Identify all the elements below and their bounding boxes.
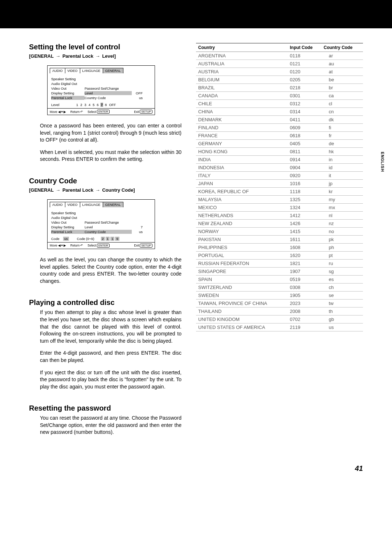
table-row: SINGAPORE1907sg [196,268,363,276]
cell-input-code: 0218 [287,84,321,92]
cell-input-code: 0920 [287,172,321,180]
row-pl: Parental Lock [51,96,85,100]
row-cc-us: us [132,96,143,100]
cell-country: FRANCE [196,132,287,140]
th-country: Country [196,43,287,52]
tab-general: GENERAL [103,68,123,73]
page-number: 41 [29,464,363,473]
foot-move: Move [50,244,57,247]
cell-country: JAPAN [196,180,287,188]
cell-input-code: 1016 [287,180,321,188]
row-vo: Video Out [51,86,85,90]
level-num: 3 [84,103,87,107]
table-row: SWEDEN1905se [196,292,363,300]
arrow-icon: → [56,187,62,193]
cell-country-code: it [322,172,363,180]
table-row: PAKISTAN1611pk [196,236,363,244]
para-play-3: If you eject the disc or turn off the un… [40,369,181,391]
para-level-1: Once a password has been entered, you ca… [40,122,181,144]
cell-country: SPAIN [196,276,287,284]
cell-country: PHILIPPINES [196,244,287,252]
cell-input-code: 1426 [287,220,321,228]
table-row: PORTUGAL1620pt [196,252,363,260]
cell-country-code: pk [322,236,363,244]
th-cc: Country Code [322,43,363,52]
level-label: Level [51,103,72,107]
table-row: INDONESIA0904id [196,164,363,172]
table-row: NEW ZEALAND1426nz [196,220,363,228]
cell-input-code: 1324 [287,204,321,212]
osd-cc: AUDIO VIDEO LANGUAGE GENERAL Speaker Set… [47,199,155,249]
tab-video: VIDEO [65,202,80,207]
cell-country-code: br [322,84,363,92]
foot-return: Return [70,244,80,247]
level-num: 5 [92,103,95,107]
cell-country: NORWAY [196,228,287,236]
cell-country: AUSTRALIA [196,60,287,68]
cell-country-code: nz [322,220,363,228]
row-pwd: Password Set/Change [85,86,132,90]
tab-audio: AUDIO [50,68,65,73]
table-row: CHILE0312cl [196,100,363,108]
cell-input-code: 1821 [287,260,321,268]
foot-select: Select [87,110,96,114]
cell-input-code: 1412 [287,212,321,220]
cell-country-code: hk [322,148,363,156]
cell-country: HONG KONG [196,148,287,156]
table-row: THAILAND2008th [196,307,363,315]
foot-exit: Exit [134,244,139,247]
return-icon: ↶ [80,244,83,247]
cell-country: SWITZERLAND [196,284,287,292]
row-speaker: Speaker Setting [51,77,85,81]
cell-country: MEXICO [196,204,287,212]
enter-icon: ENTER [97,244,110,248]
table-row: ITALY0920it [196,172,363,180]
cell-country: UNITED KINGDOM [196,315,287,323]
cell-country: SINGAPORE [196,268,287,276]
table-row: SPAIN0519es [196,276,363,284]
cc-label2: Code (0~9) [77,237,94,241]
row-level: Level [85,91,132,95]
bc-a2: [GENERAL [29,187,54,193]
heading-level: Setting the level of control [29,43,181,51]
table-row: UNITED STATES OF AMERICA2119us [196,323,363,331]
cc-digit: 1 [106,237,110,241]
cell-input-code: 1415 [287,228,321,236]
level-nums: 12345678OFF [76,103,118,107]
level-num: 7 [101,103,103,107]
cell-country-code: cl [322,100,363,108]
level-num: 8 [105,103,107,107]
cell-country: THAILAND [196,307,287,315]
table-row: TAIWAN, PROVINCE OF CHINA2023tw [196,300,363,307]
bc-b2: Parental Lock [62,187,93,193]
cell-input-code: 2119 [287,323,321,331]
heading-play: Playing a controlled disc [29,298,181,307]
table-row: HONG KONG0811hk [196,148,363,156]
cell-country-code: th [322,307,363,315]
cell-input-code: 0618 [287,132,321,140]
heading-cc: Country Code [29,177,181,185]
table-row: NORWAY1415no [196,228,363,236]
row-speaker: Speaker Setting [51,211,85,215]
cell-input-code: 0609 [287,124,321,132]
dpad-icon: ◀✦▶ [58,110,66,114]
table-row: UNITED KINGDOM0702gb [196,315,363,323]
cell-country: UNITED STATES OF AMERICA [196,323,287,331]
table-row: PHILIPPINES1608ph [196,244,363,252]
cell-country-code: no [322,228,363,236]
cell-input-code: 0702 [287,315,321,323]
cell-country: BRAZIL [196,84,287,92]
table-row: AUSTRALIA0121au [196,60,363,68]
heading-reset: Resetting the password [29,404,181,412]
osd-tabs: AUDIO VIDEO LANGUAGE GENERAL [48,66,155,73]
arrow-icon: → [95,53,102,59]
table-row: MEXICO1324mx [196,204,363,212]
setup-icon: SETUP [140,244,152,248]
level-num: 2 [80,103,82,107]
cell-country: NETHERLANDS [196,212,287,220]
tab-general: GENERAL [103,202,123,207]
cell-country-code: gb [322,315,363,323]
cell-input-code: 1907 [287,268,321,276]
cc-digit: 1 [110,237,114,241]
cell-country: TAIWAN, PROVINCE OF CHINA [196,300,287,307]
